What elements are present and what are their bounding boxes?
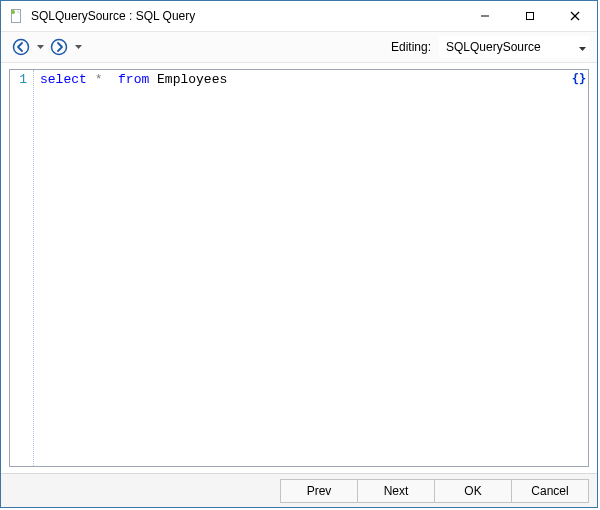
minimize-button[interactable] (462, 2, 507, 31)
nav-back-button[interactable] (9, 35, 33, 59)
maximize-button[interactable] (507, 2, 552, 31)
svg-point-9 (52, 40, 67, 55)
document-icon (9, 8, 25, 24)
editing-label: Editing: (391, 40, 431, 54)
titlebar: SQLQuerySource : SQL Query (1, 1, 597, 32)
cancel-button[interactable]: Cancel (511, 479, 589, 503)
editor-container: 1 {} select * from Employees (1, 63, 597, 473)
svg-point-7 (14, 40, 29, 55)
line-number-gutter: 1 (10, 70, 34, 466)
sql-query-editor-window: SQLQuerySource : SQL Query (0, 0, 598, 508)
code-line: select * from Employees (40, 72, 588, 88)
ok-button[interactable]: OK (434, 479, 512, 503)
braces-icon[interactable]: {} (572, 72, 586, 86)
editing-target-value: SQLQuerySource (446, 40, 541, 54)
editing-target-combo[interactable]: SQLQuerySource (439, 36, 589, 58)
next-button[interactable]: Next (357, 479, 435, 503)
svg-marker-11 (579, 47, 586, 51)
close-button[interactable] (552, 2, 597, 31)
code-area[interactable]: {} select * from Employees (34, 70, 588, 466)
prev-button[interactable]: Prev (280, 479, 358, 503)
window-title: SQLQuerySource : SQL Query (31, 9, 195, 23)
svg-rect-4 (526, 13, 533, 20)
svg-marker-10 (75, 45, 82, 49)
nav-forward-button[interactable] (47, 35, 71, 59)
nav-back-history-dropdown[interactable] (35, 45, 45, 49)
line-number: 1 (10, 72, 31, 88)
dialog-button-bar: Prev Next OK Cancel (1, 473, 597, 507)
svg-point-2 (11, 10, 15, 14)
sql-editor[interactable]: 1 {} select * from Employees (9, 69, 589, 467)
nav-forward-history-dropdown[interactable] (73, 45, 83, 49)
chevron-down-icon (579, 40, 586, 54)
svg-marker-8 (37, 45, 44, 49)
toolbar: Editing: SQLQuerySource (1, 32, 597, 63)
